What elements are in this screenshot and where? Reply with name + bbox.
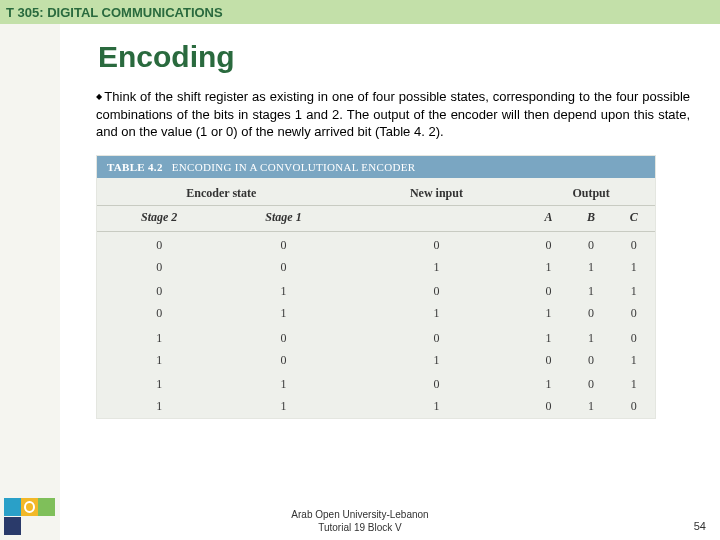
col-c: C [612,205,655,231]
footer-line1: Arab Open University-Lebanon [0,509,720,522]
cell: 1 [612,349,655,371]
cell: 1 [527,325,570,350]
cell: 0 [570,349,613,371]
col-a: A [527,205,570,231]
table-row: 110101 [97,371,655,396]
encoding-table: TABLE 4.2 ENCODING IN A CONVOLUTIONAL EN… [96,155,656,419]
table-header-row-2: Stage 2 Stage 1 A B C [97,205,655,231]
footer-line2: Tutorial 19 Block V [0,522,720,535]
cell: 1 [221,278,345,303]
cell: 0 [570,303,613,325]
cell: 0 [97,303,221,325]
cell: 1 [612,256,655,278]
table-header-row-1: Encoder state New input Output [97,178,655,206]
side-strip [0,24,60,540]
cell: 0 [221,231,345,256]
cell: 0 [527,231,570,256]
slide-title: Encoding [70,30,700,88]
cell: 0 [527,396,570,418]
cell: 1 [221,371,345,396]
table-row: 010011 [97,278,655,303]
cell: 0 [570,371,613,396]
table-grid: Encoder state New input Output Stage 2 S… [97,178,655,418]
cell: 0 [612,303,655,325]
table-caption-text: ENCODING IN A CONVOLUTIONAL ENCODER [172,161,416,173]
col-stage2: Stage 2 [97,205,221,231]
cell: 0 [612,396,655,418]
cell: 1 [97,325,221,350]
cell: 1 [97,371,221,396]
cell: 0 [346,325,527,350]
cell: 1 [612,278,655,303]
col-encoder-state: Encoder state [97,178,346,206]
cell: 1 [346,396,527,418]
cell: 0 [346,278,527,303]
cell: 0 [221,349,345,371]
course-code: T 305: DIGITAL COMMUNICATIONS [6,5,223,20]
table-row: 000000 [97,231,655,256]
table-row: 111010 [97,396,655,418]
col-stage1: Stage 1 [221,205,345,231]
cell: 0 [346,231,527,256]
body-paragraph: ◆Think of the shift register as existing… [70,88,700,141]
cell: 0 [570,231,613,256]
cell: 0 [527,349,570,371]
cell: 1 [221,303,345,325]
table-caption: TABLE 4.2 ENCODING IN A CONVOLUTIONAL EN… [97,156,655,178]
paragraph-text: Think of the shift register as existing … [96,89,690,139]
page-number: 54 [694,520,706,532]
cell: 1 [97,396,221,418]
slide-content: Encoding ◆Think of the shift register as… [70,30,700,419]
cell: 1 [346,303,527,325]
table-row: 101001 [97,349,655,371]
col-b: B [570,205,613,231]
table-body: 000000 001111 010011 011100 100110 10100… [97,231,655,418]
bullet-icon: ◆ [96,92,102,101]
cell: 1 [527,303,570,325]
header-bar: T 305: DIGITAL COMMUNICATIONS [0,0,720,24]
cell: 0 [221,325,345,350]
cell: 1 [346,256,527,278]
cell: 1 [527,256,570,278]
cell: 0 [527,278,570,303]
cell: 0 [612,325,655,350]
table-row: 100110 [97,325,655,350]
cell: 1 [570,396,613,418]
cell: 1 [570,325,613,350]
table-number: TABLE 4.2 [107,161,163,173]
cell: 1 [346,349,527,371]
table-row: 011100 [97,303,655,325]
col-output: Output [527,178,655,206]
col-blank [346,205,527,231]
col-new-input: New input [346,178,527,206]
cell: 1 [221,396,345,418]
cell: 1 [527,371,570,396]
cell: 0 [97,256,221,278]
cell: 0 [346,371,527,396]
cell: 0 [97,278,221,303]
cell: 0 [612,231,655,256]
cell: 1 [97,349,221,371]
cell: 1 [612,371,655,396]
cell: 0 [221,256,345,278]
table-row: 001111 [97,256,655,278]
cell: 1 [570,256,613,278]
footer: Arab Open University-Lebanon Tutorial 19… [0,509,720,534]
cell: 0 [97,231,221,256]
cell: 1 [570,278,613,303]
